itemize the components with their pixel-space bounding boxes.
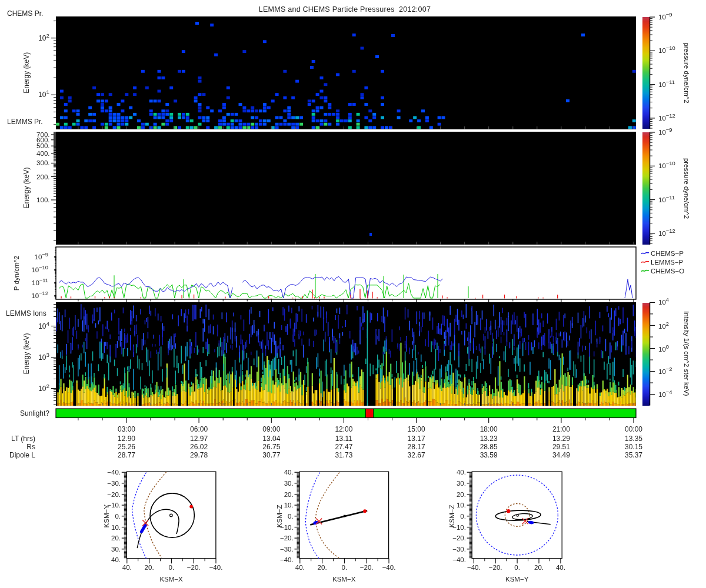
- svg-text:10.: 10.: [284, 502, 294, 509]
- svg-text:30.: 30.: [457, 480, 466, 487]
- svg-text:10−11: 10−11: [32, 276, 48, 286]
- svg-text:−40.: −40.: [209, 564, 223, 571]
- svg-text:−30.: −30.: [107, 480, 121, 487]
- svg-text:Energy (keV): Energy (keV): [22, 167, 31, 208]
- svg-text:400.: 400.: [36, 150, 49, 157]
- svg-text:00:00: 00:00: [625, 425, 642, 433]
- svg-text:−40.: −40.: [382, 564, 396, 571]
- svg-text:KSM−X: KSM−X: [332, 576, 356, 583]
- svg-text:CHEMS−O: CHEMS−O: [651, 268, 684, 275]
- svg-text:0.: 0.: [169, 564, 175, 571]
- svg-text:LEMMS Pr.: LEMMS Pr.: [7, 118, 43, 126]
- svg-text:0.: 0.: [342, 564, 348, 571]
- svg-text:26.02: 26.02: [190, 443, 208, 451]
- svg-text:Rs: Rs: [26, 443, 35, 451]
- svg-text:LEMMS−P: LEMMS−P: [651, 259, 684, 266]
- svg-text:10−11: 10−11: [658, 78, 675, 88]
- svg-text:12.97: 12.97: [190, 435, 208, 443]
- svg-text:30.: 30.: [111, 546, 121, 553]
- svg-text:28.77: 28.77: [118, 451, 135, 459]
- svg-text:102: 102: [38, 32, 49, 42]
- svg-text:10−9: 10−9: [658, 11, 672, 21]
- svg-text:20.: 20.: [318, 564, 327, 571]
- svg-text:−40.: −40.: [452, 556, 466, 563]
- svg-text:15:00: 15:00: [408, 425, 425, 433]
- svg-text:−40.: −40.: [280, 556, 294, 563]
- svg-text:−40.: −40.: [107, 469, 121, 476]
- svg-text:intensity 1/(s cm^2 ster keV): intensity 1/(s cm^2 ster keV): [683, 311, 690, 396]
- svg-text:500.: 500.: [36, 142, 49, 149]
- svg-text:10−10: 10−10: [658, 160, 675, 170]
- svg-text:10−9: 10−9: [658, 126, 672, 136]
- svg-text:10−10: 10−10: [31, 263, 48, 273]
- svg-text:13.17: 13.17: [408, 435, 425, 443]
- svg-text:30.15: 30.15: [625, 443, 642, 451]
- svg-text:06:00: 06:00: [190, 425, 208, 433]
- svg-text:30.: 30.: [284, 480, 294, 487]
- svg-text:−20.: −20.: [452, 534, 466, 542]
- svg-text:−30.: −30.: [280, 546, 294, 553]
- svg-text:12.90: 12.90: [118, 435, 135, 443]
- svg-text:200.: 200.: [36, 173, 49, 181]
- svg-text:40.: 40.: [457, 469, 466, 476]
- svg-text:10−2: 10−2: [658, 365, 672, 375]
- svg-text:40.: 40.: [111, 556, 121, 563]
- svg-text:−10.: −10.: [280, 524, 294, 531]
- svg-text:33.59: 33.59: [480, 451, 498, 459]
- svg-text:13.35: 13.35: [625, 435, 642, 443]
- svg-text:KSM−Y: KSM−Y: [505, 576, 529, 583]
- svg-text:13.23: 13.23: [480, 435, 498, 443]
- svg-text:10−12: 10−12: [31, 290, 48, 300]
- svg-text:0.: 0.: [460, 513, 466, 520]
- svg-text:10−10: 10−10: [658, 45, 675, 55]
- svg-text:40.: 40.: [295, 564, 305, 571]
- svg-text:Dipole L: Dipole L: [9, 451, 35, 459]
- svg-text:−20.: −20.: [280, 534, 294, 542]
- svg-text:10−4: 10−4: [658, 388, 672, 398]
- svg-text:103: 103: [38, 351, 49, 362]
- svg-text:20.: 20.: [284, 491, 294, 498]
- svg-text:20.: 20.: [111, 534, 121, 542]
- svg-text:30.77: 30.77: [262, 451, 280, 459]
- svg-text:40.: 40.: [556, 564, 565, 571]
- svg-text:20.: 20.: [457, 491, 466, 498]
- svg-text:40.: 40.: [122, 564, 132, 571]
- svg-text:102: 102: [658, 320, 669, 330]
- svg-text:pressure dyne/cm^2: pressure dyne/cm^2: [683, 42, 690, 103]
- svg-text:CHEMS Pr.: CHEMS Pr.: [7, 9, 43, 18]
- svg-text:101: 101: [38, 89, 49, 99]
- svg-text:31.73: 31.73: [335, 451, 352, 459]
- svg-text:13.04: 13.04: [262, 435, 280, 443]
- svg-text:10.: 10.: [457, 502, 466, 509]
- svg-text:−20.: −20.: [187, 564, 201, 571]
- svg-text:pressure dyne/cm^2: pressure dyne/cm^2: [683, 158, 690, 219]
- svg-text:−10.: −10.: [452, 524, 466, 531]
- svg-text:104: 104: [38, 320, 49, 330]
- svg-text:100.: 100.: [36, 196, 49, 203]
- svg-text:LEMMS and CHEMS Particle Press: LEMMS and CHEMS Particle Pressures 2012:…: [259, 5, 431, 14]
- svg-text:102: 102: [38, 382, 49, 393]
- svg-text:−20.: −20.: [489, 564, 502, 571]
- svg-text:13.29: 13.29: [552, 435, 570, 443]
- svg-text:28.17: 28.17: [408, 443, 425, 451]
- svg-text:29.51: 29.51: [552, 443, 570, 451]
- svg-text:10−12: 10−12: [658, 112, 675, 122]
- svg-text:28.85: 28.85: [480, 443, 498, 451]
- svg-text:0.: 0.: [514, 564, 520, 571]
- svg-text:LEMMS Ions: LEMMS Ions: [6, 309, 46, 318]
- svg-text:10−11: 10−11: [658, 193, 675, 203]
- svg-text:32.67: 32.67: [408, 451, 425, 459]
- svg-text:104: 104: [658, 296, 669, 306]
- svg-text:10−12: 10−12: [658, 228, 675, 238]
- svg-text:09:00: 09:00: [262, 425, 280, 433]
- svg-text:20.: 20.: [534, 564, 544, 571]
- svg-text:LT (hrs): LT (hrs): [11, 435, 35, 443]
- svg-text:100: 100: [658, 343, 669, 353]
- svg-text:P dyn/cm^2: P dyn/cm^2: [13, 256, 20, 291]
- svg-text:34.49: 34.49: [552, 451, 570, 459]
- svg-text:40.: 40.: [284, 469, 294, 476]
- svg-text:21:00: 21:00: [552, 425, 570, 433]
- svg-text:10−9: 10−9: [35, 250, 49, 260]
- svg-text:−20.: −20.: [360, 564, 374, 571]
- svg-text:20.: 20.: [145, 564, 154, 571]
